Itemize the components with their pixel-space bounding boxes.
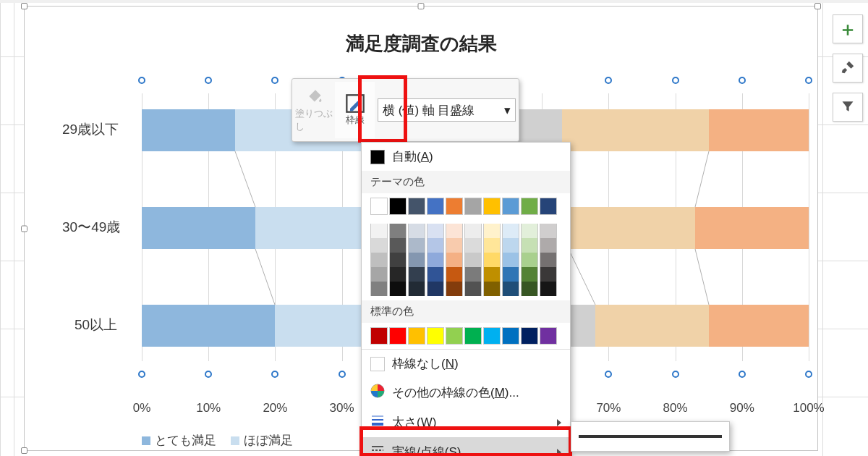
color-swatch[interactable] xyxy=(464,198,482,215)
color-swatch[interactable] xyxy=(540,238,557,253)
color-swatch[interactable] xyxy=(408,267,425,282)
color-swatch[interactable] xyxy=(483,224,501,238)
chart-element-selector[interactable]: 横 (値) 軸 目盛線 ▾ xyxy=(378,98,516,122)
color-swatch[interactable] xyxy=(502,253,519,267)
color-swatch[interactable] xyxy=(464,224,482,238)
color-wheel-icon xyxy=(370,384,385,402)
color-swatch[interactable] xyxy=(370,253,388,267)
outline-button[interactable]: 枠線 xyxy=(335,82,375,138)
resize-handle[interactable] xyxy=(814,3,821,9)
chart-title[interactable]: 満足度調査の結果 xyxy=(25,31,817,56)
color-swatch[interactable] xyxy=(446,224,463,238)
color-swatch[interactable] xyxy=(521,282,538,296)
color-swatch[interactable] xyxy=(502,224,519,238)
color-swatch[interactable] xyxy=(446,327,463,345)
color-swatch[interactable] xyxy=(521,327,538,345)
color-swatch[interactable] xyxy=(464,282,482,296)
color-swatch[interactable] xyxy=(446,282,463,296)
standard-colors-heading: 標準の色 xyxy=(362,300,570,323)
color-swatch[interactable] xyxy=(540,282,557,296)
line-dash-icon xyxy=(370,443,385,456)
color-swatch[interactable] xyxy=(370,224,388,238)
outline-color-menu: 自動(A) テーマの色 標準の色 枠線なし(N) その他の枠線の色(M)... … xyxy=(361,142,571,456)
color-swatch[interactable] xyxy=(540,253,557,267)
resize-handle[interactable] xyxy=(21,3,27,9)
color-swatch[interactable] xyxy=(427,224,444,238)
color-swatch[interactable] xyxy=(464,267,482,282)
color-swatch[interactable] xyxy=(483,282,501,296)
color-swatch[interactable] xyxy=(521,198,538,215)
color-swatch[interactable] xyxy=(502,267,519,282)
color-swatch[interactable] xyxy=(540,198,557,215)
dash-sample-solid[interactable] xyxy=(579,435,722,438)
color-swatch[interactable] xyxy=(464,327,482,345)
color-swatch[interactable] xyxy=(408,224,425,238)
color-swatch[interactable] xyxy=(389,253,407,267)
color-swatch[interactable] xyxy=(502,198,519,215)
no-outline-item[interactable]: 枠線なし(N) xyxy=(362,350,570,378)
resize-handle[interactable] xyxy=(21,225,27,232)
color-swatch[interactable] xyxy=(483,327,501,345)
color-swatch[interactable] xyxy=(389,267,407,282)
color-swatch[interactable] xyxy=(370,198,388,215)
color-swatch[interactable] xyxy=(483,267,501,282)
color-swatch[interactable] xyxy=(389,282,407,296)
dashes-submenu-item[interactable]: 実線/点線(S) xyxy=(362,437,570,456)
more-outline-colors-item[interactable]: その他の枠線の色(M)... xyxy=(362,378,570,408)
color-swatch[interactable] xyxy=(427,253,444,267)
color-swatch[interactable] xyxy=(540,267,557,282)
color-swatch[interactable] xyxy=(464,238,482,253)
chart-styles-button[interactable] xyxy=(833,54,863,83)
color-swatch[interactable] xyxy=(446,198,463,215)
color-swatch[interactable] xyxy=(464,253,482,267)
color-swatch[interactable] xyxy=(370,267,388,282)
auto-color-item[interactable]: 自動(A) xyxy=(362,143,570,171)
color-swatch[interactable] xyxy=(408,327,425,345)
color-swatch[interactable] xyxy=(446,238,463,253)
color-swatch[interactable] xyxy=(389,327,407,345)
svg-line-6 xyxy=(569,249,595,305)
color-swatch[interactable] xyxy=(483,238,501,253)
color-swatch[interactable] xyxy=(408,198,425,215)
color-swatch[interactable] xyxy=(521,238,538,253)
color-swatch[interactable] xyxy=(408,253,425,267)
svg-line-7 xyxy=(695,249,709,305)
color-swatch[interactable] xyxy=(502,238,519,253)
color-swatch[interactable] xyxy=(502,282,519,296)
color-swatch[interactable] xyxy=(370,327,388,345)
color-swatch[interactable] xyxy=(540,224,557,238)
color-swatch[interactable] xyxy=(540,327,557,345)
weight-submenu-item[interactable]: 太さ(W) xyxy=(362,408,570,437)
color-swatch[interactable] xyxy=(521,267,538,282)
color-swatch[interactable] xyxy=(483,253,501,267)
paint-bucket-icon xyxy=(305,87,326,107)
color-swatch[interactable] xyxy=(483,198,501,215)
color-swatch[interactable] xyxy=(427,198,444,215)
color-swatch[interactable] xyxy=(427,267,444,282)
color-swatch[interactable] xyxy=(370,238,388,253)
plus-icon: ＋ xyxy=(838,17,857,42)
color-swatch[interactable] xyxy=(446,267,463,282)
color-swatch[interactable] xyxy=(521,224,538,238)
resize-handle[interactable] xyxy=(21,447,27,454)
axis-tick: 70% xyxy=(596,401,621,415)
color-swatch[interactable] xyxy=(389,238,407,253)
axis-tick: 30% xyxy=(330,401,354,415)
resize-handle[interactable] xyxy=(418,3,425,9)
color-swatch[interactable] xyxy=(408,282,425,296)
color-swatch[interactable] xyxy=(408,238,425,253)
fill-button[interactable]: 塗りつぶし xyxy=(295,82,335,138)
color-swatch[interactable] xyxy=(427,327,444,345)
color-swatch[interactable] xyxy=(427,282,444,296)
color-swatch[interactable] xyxy=(370,282,388,296)
color-swatch[interactable] xyxy=(427,238,444,253)
color-swatch[interactable] xyxy=(502,327,519,345)
color-swatch[interactable] xyxy=(389,198,407,215)
color-swatch[interactable] xyxy=(389,224,407,238)
chart-filters-button[interactable] xyxy=(833,93,863,122)
mini-toolbar: 塗りつぶし 枠線 横 (値) 軸 目盛線 ▾ xyxy=(292,78,519,142)
color-swatch[interactable] xyxy=(521,253,538,267)
dash-style-flyout[interactable] xyxy=(571,421,730,452)
chart-elements-button[interactable]: ＋ xyxy=(833,14,863,43)
color-swatch[interactable] xyxy=(446,253,463,267)
